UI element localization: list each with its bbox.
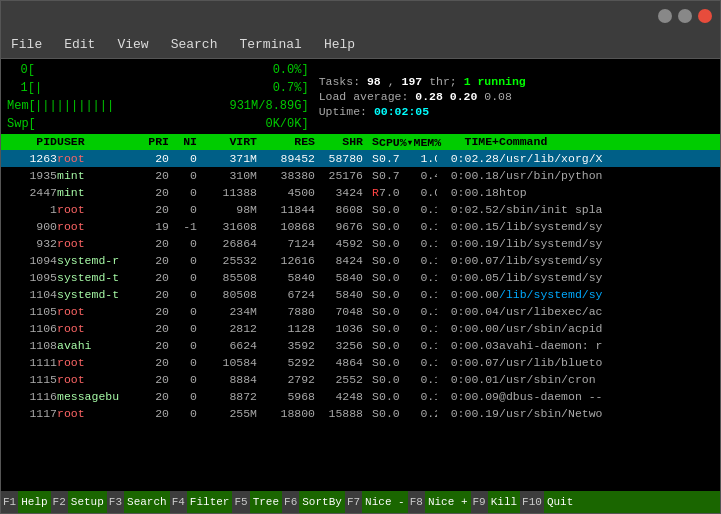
table-row[interactable]: 1115 root 20 0 8884 2792 2552 S 0.0 0.1 … [1, 371, 720, 388]
fn-key-f10[interactable]: F10Quit [520, 491, 576, 513]
cell-pid: 1 [5, 203, 57, 216]
menubar: File Edit View Search Terminal Help [1, 31, 720, 59]
cell-time: 0:00.19 [437, 407, 499, 420]
process-table: PID USER PRI NI VIRT RES SHR S CPU%▾MEM%… [1, 134, 720, 491]
cell-cmd: /usr/bin/python [499, 169, 716, 182]
table-row[interactable]: 1106 root 20 0 2812 1128 1036 S 0.0 0.1 … [1, 320, 720, 337]
col-cpu: CPU%▾MEM% [379, 135, 437, 149]
table-row[interactable]: 1111 root 20 0 10584 5292 4864 S 0.0 0.1… [1, 354, 720, 371]
cell-s: S [363, 339, 379, 352]
cell-virt: 31608 [197, 220, 257, 233]
cell-s: S [363, 356, 379, 369]
swp-bar: Swp[ 0K/0K] [7, 115, 309, 132]
cell-s: S [363, 390, 379, 403]
table-row[interactable]: 1095 systemd-t 20 0 85508 5840 5840 S 0.… [1, 269, 720, 286]
fn-key-f7[interactable]: F7Nice - [345, 491, 408, 513]
cell-user: root [57, 152, 129, 165]
table-row[interactable]: 1104 systemd-t 20 0 80508 6724 5840 S 0.… [1, 286, 720, 303]
table-row[interactable]: 1094 systemd-r 20 0 25532 12616 8424 S 0… [1, 252, 720, 269]
fn-key-f3[interactable]: F3Search [107, 491, 170, 513]
fn-label: Nice + [425, 491, 471, 513]
cell-user: root [57, 237, 129, 250]
fn-label: Search [124, 491, 170, 513]
fn-key-f4[interactable]: F4Filter [170, 491, 233, 513]
terminal-body: 0[ 0.0%] 1[ | 0.7%] Mem[ ||||||||||| [1, 59, 720, 513]
menu-terminal[interactable]: Terminal [235, 35, 305, 54]
cell-time: 0:00.07 [437, 254, 499, 267]
cell-shr: 5840 [315, 288, 363, 301]
cell-cpu: 0.0 0.2 [379, 407, 437, 420]
cell-s: S [363, 305, 379, 318]
table-row[interactable]: 1935 mint 20 0 310M 38380 25176 S 0.7 0.… [1, 167, 720, 184]
cell-res: 11844 [257, 203, 315, 216]
fn-key-f8[interactable]: F8Nice + [408, 491, 471, 513]
cell-pri: 19 [129, 220, 169, 233]
maximize-button[interactable] [678, 9, 692, 23]
minimize-button[interactable] [658, 9, 672, 23]
table-row[interactable]: 1108 avahi 20 0 6624 3592 3256 S 0.0 0.1… [1, 337, 720, 354]
table-row[interactable]: 1105 root 20 0 234M 7880 7048 S 0.0 0.1 … [1, 303, 720, 320]
cell-shr: 1036 [315, 322, 363, 335]
cell-cmd: /usr/lib/blueto [499, 356, 716, 369]
cell-time: 0:00.18 [437, 186, 499, 199]
fn-label: Quit [544, 491, 576, 513]
cell-ni: 0 [169, 186, 197, 199]
cell-time: 0:00.05 [437, 271, 499, 284]
cell-shr: 4864 [315, 356, 363, 369]
fn-num: F6 [282, 491, 299, 513]
cell-res: 89452 [257, 152, 315, 165]
cell-pid: 1116 [5, 390, 57, 403]
fn-num: F9 [471, 491, 488, 513]
cell-ni: 0 [169, 237, 197, 250]
bottombar: F1HelpF2SetupF3SearchF4FilterF5TreeF6Sor… [1, 491, 720, 513]
cell-cpu: 0.0 0.1 [379, 271, 437, 284]
table-row[interactable]: 1116 messagebu 20 0 8872 5968 4248 S 0.0… [1, 388, 720, 405]
table-row[interactable]: 1117 root 20 0 255M 18800 15888 S 0.0 0.… [1, 405, 720, 422]
fn-key-f6[interactable]: F6SortBy [282, 491, 345, 513]
uptime-row: Uptime: 00:02:05 [319, 105, 714, 118]
cell-cpu: 0.0 0.1 [379, 373, 437, 386]
fn-key-f2[interactable]: F2Setup [51, 491, 107, 513]
cell-res: 5292 [257, 356, 315, 369]
mem-val: 931M/8.89G] [229, 99, 308, 113]
cell-user: root [57, 220, 129, 233]
table-row[interactable]: 1 root 20 0 98M 11844 8608 S 0.0 0.1 0:0… [1, 201, 720, 218]
cell-shr: 4248 [315, 390, 363, 403]
menu-file[interactable]: File [7, 35, 46, 54]
cell-pri: 20 [129, 271, 169, 284]
cell-pid: 1094 [5, 254, 57, 267]
menu-search[interactable]: Search [167, 35, 222, 54]
fn-num: F8 [408, 491, 425, 513]
cell-time: 0:02.28 [437, 152, 499, 165]
fn-num: F10 [520, 491, 544, 513]
cell-res: 3592 [257, 339, 315, 352]
cell-res: 1128 [257, 322, 315, 335]
fn-key-f5[interactable]: F5Tree [232, 491, 282, 513]
cell-shr: 3256 [315, 339, 363, 352]
cpu1-label: 1[ [7, 81, 35, 95]
menu-help[interactable]: Help [320, 35, 359, 54]
cell-pri: 20 [129, 169, 169, 182]
swp-val: 0K/0K] [265, 117, 308, 131]
cell-shr: 8608 [315, 203, 363, 216]
cell-pri: 20 [129, 322, 169, 335]
fn-label: Help [18, 491, 50, 513]
fn-num: F4 [170, 491, 187, 513]
cell-cpu: 0.7 0.4 [379, 169, 437, 182]
col-time: TIME+ [437, 135, 499, 149]
cell-pri: 20 [129, 254, 169, 267]
fn-key-f9[interactable]: F9Kill [471, 491, 521, 513]
table-row[interactable]: 900 root 19 -1 31608 10868 9676 S 0.0 0.… [1, 218, 720, 235]
cell-cpu: 0.0 0.1 [379, 203, 437, 216]
fn-key-f1[interactable]: F1Help [1, 491, 51, 513]
cell-cmd: avahi-daemon: r [499, 339, 716, 352]
menu-view[interactable]: View [113, 35, 152, 54]
cell-time: 0:00.15 [437, 220, 499, 233]
cell-user: root [57, 356, 129, 369]
table-row[interactable]: 2447 mint 20 0 11388 4500 3424 R 7.0 0.0… [1, 184, 720, 201]
cell-cpu: 7.0 0.0 [379, 186, 437, 199]
menu-edit[interactable]: Edit [60, 35, 99, 54]
table-row[interactable]: 932 root 20 0 26864 7124 4592 S 0.0 0.1 … [1, 235, 720, 252]
close-button[interactable] [698, 9, 712, 23]
table-row[interactable]: 1263 root 20 0 371M 89452 58780 S 0.7 1.… [1, 150, 720, 167]
